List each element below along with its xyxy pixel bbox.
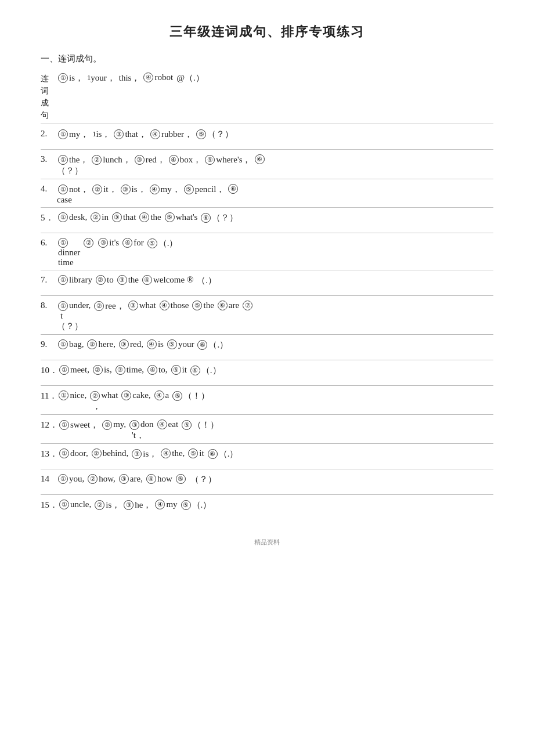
word-15-1: ①uncle, (59, 500, 91, 509)
word-2-5: ⑤（？） (196, 129, 233, 140)
word-1-4: ④robot (143, 73, 173, 82)
word-2-1: ①my， (58, 129, 89, 140)
word-12-4: ④eat (157, 419, 178, 429)
word-11-5: ⑤（！） (172, 390, 210, 401)
problem-row-12: 12． ①sweet， ②my, ③don 't， ④eat ⑤（！） (41, 415, 493, 444)
word-14-1: ①you, (58, 474, 84, 484)
word-11-2: ②what ， (90, 390, 118, 412)
word-8-3: ③what (128, 301, 156, 310)
word-3-1: ①the， (58, 154, 88, 165)
word-12-3: ③don 't， (129, 419, 154, 441)
word-13-2: ②behind, (92, 448, 129, 458)
problem-row-8: 8. ①under, t ②ree， ③what ④those ⑤the ⑥ar… (41, 296, 493, 335)
word-1-3: this， (119, 73, 140, 84)
word-2-2: 1 is， (92, 129, 110, 140)
problem-row-4: 4. ①not， ②it， ③is， ④my， ⑤pencil， ⑥ case (41, 179, 493, 208)
prob-num-10: 10． (41, 365, 58, 376)
word-13-4: ④the, (161, 448, 185, 458)
word-1-2: 1 your， (87, 73, 116, 84)
word-11-3: ③cake, (121, 390, 150, 400)
word-3-5: ⑤where's， (205, 154, 251, 165)
word-13-5: ⑤it (188, 448, 204, 458)
word-5-6: ⑥（？） (201, 212, 238, 223)
word-10-2: ②is, (93, 365, 112, 375)
word-8-4: ④those (160, 301, 189, 310)
word-7-2: ②to (96, 275, 114, 285)
problem-row-10: 10． ①meet, ②is, ③time, ④to, ⑤it ⑥（.） (41, 360, 493, 386)
prob-num-13: 13． (41, 448, 58, 460)
word-6-1: ① dinner time (58, 238, 80, 267)
word-7-3: ③the (117, 275, 139, 285)
prob-num-8: 8. (41, 301, 57, 310)
footnote: 精品资料 (41, 538, 493, 547)
prob-num-2: 2. (41, 129, 57, 139)
word-13-6: ⑥（.） (208, 448, 239, 460)
word-1-1: ①is， (58, 73, 84, 84)
word-10-5: ⑤it (171, 365, 187, 375)
word-5-5: ⑤what's (165, 212, 198, 222)
word-6-3: ③it's (98, 238, 119, 248)
word-7-4: ④welcome ® (142, 275, 193, 285)
word-10-1: ①meet, (59, 365, 89, 375)
word-8-1: ①under, t (58, 301, 91, 321)
word-15-2: ②is， (95, 500, 120, 511)
word-11-1: ①nice, (59, 390, 86, 400)
prob-num-6: 6. (41, 238, 57, 248)
prob-num-14: 14 (41, 474, 57, 484)
word-4-1: ①not， (58, 184, 89, 195)
word-4-3: ③is， (121, 184, 146, 195)
word-8-5: ⑤the (192, 301, 214, 310)
problems-container: 连词成句 ①is， 1 your， this， ④robot @（.） 2. ①… (41, 68, 493, 520)
problem-row-6: 6. ① dinner time ② ③it's ④for ⑤（.） (41, 233, 493, 270)
problem-row-2: 2. ①my， 1 is， ③that， ④rubber， ⑤（？） (41, 124, 493, 150)
word-14-6: （？） (190, 474, 217, 485)
word-8-7: ⑦ (243, 301, 254, 310)
word-12-1: ①sweet， (59, 419, 99, 431)
problem-row-5: 5． ①desk, ②in ③that ④the ⑤what's ⑥（？） (41, 208, 493, 233)
word-9-2: ②here, (87, 339, 116, 349)
prob-num-15: 15． (41, 500, 58, 511)
word-14-2: ②how, (88, 474, 116, 484)
problem-row-11: 11． ①nice, ②what ， ③cake, ④a ⑤（！） (41, 386, 493, 415)
problem-row-3: 3. ①the， ②lunch， ③red， ④box， ⑤where's， ⑥… (41, 150, 493, 179)
prob-num-12: 12． (41, 419, 58, 431)
word-4-2: ②it， (92, 184, 117, 195)
word-9-5: ⑤your (167, 339, 194, 349)
word-6-2: ② (84, 238, 95, 248)
word-14-3: ③are, (119, 474, 143, 484)
prob-num-4: 4. (41, 184, 57, 194)
word-3-3: ③red， (135, 154, 165, 165)
word-13-3: ③is， (132, 448, 157, 460)
problem-row-15: 15． ①uncle, ②is， ③he， ④my ⑤（.） (41, 495, 493, 520)
word-14-5: ⑤ (176, 474, 187, 484)
prob-num-1: 连词成句 (41, 73, 57, 121)
problem-row-1: 连词成句 ①is， 1 your， this， ④robot @（.） (41, 68, 493, 124)
word-6-4: ④for (122, 238, 144, 248)
word-6-5: ⑤（.） (147, 238, 178, 249)
word-15-5: ⑤（.） (181, 500, 212, 511)
word-4-5: ⑤pencil， (184, 184, 225, 195)
word-9-6: ⑥（.） (197, 339, 228, 350)
word-9-3: ③red, (119, 339, 143, 349)
prob-num-11: 11． (41, 390, 57, 401)
word-1-5: @（.） (176, 73, 204, 84)
word-11-4: ④a (154, 390, 169, 400)
word-13-1: ①door, (59, 448, 88, 458)
word-9-1: ①bag, (58, 339, 84, 349)
word-7-5: （.） (197, 275, 217, 286)
word-5-2: ②in (91, 212, 109, 222)
word-12-2: ②my, (102, 419, 126, 430)
page-title: 三年级连词成句、排序专项练习 (41, 23, 493, 41)
word-5-4: ④the (139, 212, 161, 222)
word-3-4: ④box， (169, 154, 202, 165)
word-4-4: ④my， (150, 184, 181, 195)
word-9-4: ④is (147, 339, 164, 349)
word-10-4: ④to, (147, 365, 167, 375)
word-5-1: ①desk, (58, 212, 87, 222)
prob-num-7: 7. (41, 275, 57, 285)
prob-num-5: 5． (41, 212, 57, 223)
section-title: 一、连词成句。 (41, 53, 493, 64)
word-14-4: ④how (146, 474, 172, 484)
prob-num-3: 3. (41, 154, 57, 164)
word-12-5: ⑤（！） (182, 419, 219, 431)
